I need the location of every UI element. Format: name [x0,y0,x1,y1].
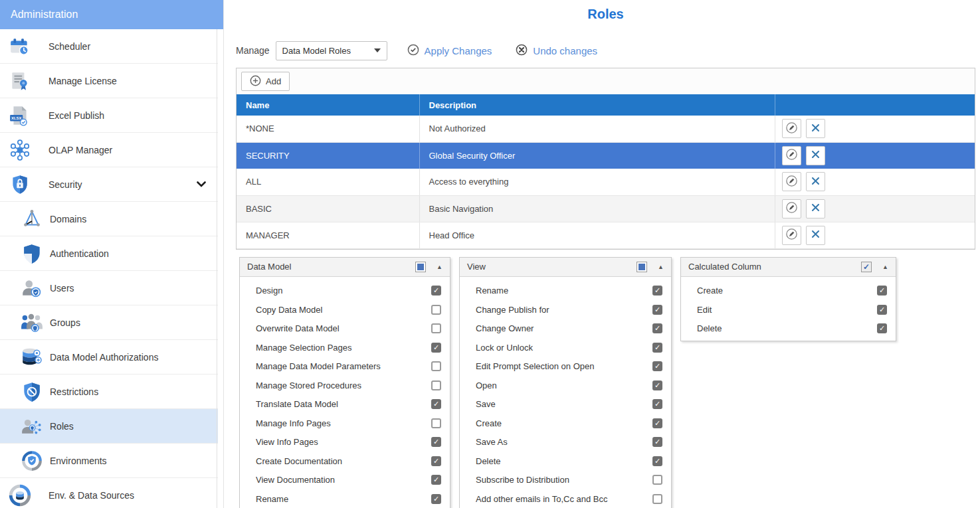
chevron-down-icon[interactable] [197,181,218,187]
role-actions-cell [775,222,975,248]
panel-title: Calculated Column [688,262,861,272]
sidebar-item-domains[interactable]: Domains [0,202,218,236]
permission-checkbox[interactable]: ✓ [652,305,662,315]
permission-row-view-info-pages: View Info Pages✓ [240,433,450,452]
sidebar-item-roles[interactable]: Roles [0,409,218,444]
sidebar-item-excel-publish[interactable]: XLSXExcel Publish [0,98,218,133]
panel-select-all-checkbox[interactable]: ✓ [861,262,872,272]
permission-checkbox[interactable]: ✓ [652,361,662,371]
permission-checkbox[interactable]: ✓ [652,456,662,466]
permission-checkbox[interactable]: ✓ [431,437,441,447]
panel-select-all-checkbox[interactable] [415,262,426,272]
roles-table-header-row: NameDescription [237,94,975,116]
edit-role-button[interactable] [782,199,801,218]
permission-checkbox[interactable] [431,381,441,390]
sidebar-item-users[interactable]: Users [0,271,218,305]
collapse-arrow-icon[interactable]: ▲ [882,264,888,270]
delete-x-icon [811,124,820,134]
delete-role-button[interactable] [806,199,825,218]
edit-role-button[interactable] [782,172,801,191]
permission-checkbox[interactable]: ✓ [652,286,662,296]
sidebar-item-olap-manager[interactable]: OLAP Manager [0,133,218,167]
edit-role-button[interactable] [782,119,801,138]
permission-checkbox[interactable]: ✓ [652,381,662,390]
permission-checkbox[interactable]: ✓ [652,437,662,447]
manage-toolbar: Manage Data Model Roles Apply Changes Un… [236,41,975,60]
permission-label: View Documentation [256,475,431,485]
permission-checkbox[interactable]: ✓ [877,305,887,315]
permission-checkbox[interactable] [431,418,441,428]
apply-changes-button[interactable]: Apply Changes [407,44,492,58]
permission-label: Manage Selection Pages [256,343,431,353]
role-name: BASIC [237,195,419,222]
permission-label: Save As [476,437,652,447]
permission-checkbox[interactable]: ✓ [652,323,662,333]
manage-dropdown[interactable]: Data Model Roles [276,41,387,60]
permission-checkbox[interactable]: ✓ [431,494,441,504]
chevron-down-icon [374,48,381,52]
delete-x-icon [811,230,820,240]
sidebar-item-data-model-authorizations[interactable]: Data Model Authorizations [0,340,218,375]
sidebar-item-label: Security [49,179,82,190]
role-row-all[interactable]: ALLAccess to everything [237,169,975,195]
permission-checkbox[interactable]: ✓ [877,286,887,296]
panel-header-data-model: Data Model▲ [240,258,450,277]
permission-row-subscribe-to-distribution: Subscribe to Distribution [460,471,671,490]
column-header-actions [775,94,975,116]
delete-role-button[interactable] [806,172,825,191]
sidebar-item-scheduler[interactable]: Scheduler [0,29,218,64]
shield-lock-icon [9,173,31,196]
role-row-basic[interactable]: BASICBasic Navigation [237,195,975,222]
sidebar-item-authentication[interactable]: Authentication [0,236,218,271]
sidebar-item-security[interactable]: Security [0,167,218,202]
permission-checkbox[interactable] [431,323,441,333]
delete-role-button[interactable] [806,226,825,245]
panel-data-model: Data Model▲Design✓Copy Data ModelOverwri… [239,257,450,508]
collapse-arrow-icon[interactable]: ▲ [658,264,664,270]
collapse-arrow-icon[interactable]: ▲ [437,264,442,270]
sidebar-item-restrictions[interactable]: Restrictions [0,375,218,409]
permission-checkbox[interactable]: ✓ [877,323,887,333]
permission-checkbox[interactable] [652,494,662,504]
edit-role-button[interactable] [782,226,801,245]
sidebar-item-label: Users [50,283,74,294]
column-header-name: Name [237,94,419,116]
people-group-icon [21,311,43,334]
permission-checkbox[interactable] [652,475,662,485]
add-role-label: Add [266,76,281,86]
sidebar-item-environments[interactable]: Environments [0,444,218,478]
permission-checkbox[interactable]: ✓ [652,418,662,428]
permission-checkbox[interactable]: ✓ [652,343,662,353]
permission-row-save: Save✓ [460,395,671,414]
permission-row-manage-stored-procedures: Manage Stored Procedures [240,376,450,395]
sidebar-item-env-data-sources[interactable]: Env. & Data Sources [0,478,218,508]
role-row-none[interactable]: *NONENot Authorized [237,116,975,142]
undo-changes-label: Undo changes [533,45,597,56]
permission-checkbox[interactable]: ✓ [431,343,441,353]
permission-checkbox[interactable] [431,361,441,371]
permission-checkbox[interactable]: ✓ [431,399,441,409]
shield-sync-icon [21,450,43,472]
add-role-button[interactable]: Add [241,72,290,91]
permission-checkbox[interactable] [431,305,441,315]
sidebar-item-label: Excel Publish [49,110,104,121]
pyramid-icon [21,208,43,230]
edit-role-button[interactable] [782,146,801,165]
permission-checkbox[interactable]: ✓ [431,286,441,296]
sidebar-item-groups[interactable]: Groups [0,305,218,340]
sidebar-item-label: Scheduler [49,41,90,52]
permission-row-rename: Rename✓ [460,282,671,301]
permission-label: Lock or Unlock [476,343,652,353]
permission-checkbox[interactable]: ✓ [431,456,441,466]
permission-row-design: Design✓ [240,282,450,301]
delete-role-button[interactable] [806,146,825,165]
delete-role-button[interactable] [806,119,825,138]
role-row-security[interactable]: SECURITYGlobal Security Officer [237,142,975,169]
sidebar-item-manage-license[interactable]: Manage License [0,64,218,98]
panel-select-all-checkbox[interactable] [637,262,647,272]
role-row-manager[interactable]: MANAGERHead Office [237,222,975,248]
permission-row-overwrite-data-model: Overwrite Data Model [240,319,450,339]
undo-changes-button[interactable]: Undo changes [516,44,597,58]
permission-checkbox[interactable]: ✓ [652,399,662,409]
permission-checkbox[interactable]: ✓ [431,475,441,485]
